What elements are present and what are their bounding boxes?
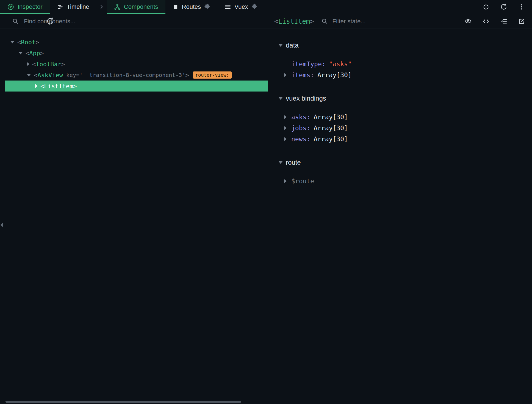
external-link-icon[interactable] bbox=[518, 18, 525, 25]
more-menu-icon[interactable] bbox=[518, 3, 525, 10]
component-name: ListItem bbox=[44, 83, 73, 90]
tab-inspector[interactable]: Inspector bbox=[0, 0, 50, 14]
prop-value: Array[30] bbox=[314, 124, 348, 132]
section-data: data itemType: "asks" items: Array[30] bbox=[268, 40, 532, 86]
header-actions bbox=[482, 0, 532, 14]
component-tree-panel: <Root> <App> <ToolBar> <AskViewkey='__tr… bbox=[0, 14, 268, 404]
collapsed-arrow-icon[interactable] bbox=[284, 115, 287, 119]
code-icon[interactable] bbox=[482, 18, 490, 25]
tree-node-toolbar[interactable]: <ToolBar> bbox=[0, 59, 268, 70]
collapsed-arrow-icon[interactable] bbox=[284, 179, 287, 183]
section-label: route bbox=[286, 159, 301, 166]
expanded-arrow-icon[interactable] bbox=[279, 44, 282, 47]
tab-label: Inspector bbox=[18, 3, 43, 10]
component-name: App bbox=[29, 50, 40, 57]
find-components-input[interactable] bbox=[23, 18, 262, 25]
prop-value: Array[30] bbox=[314, 135, 348, 143]
plugin-puzzle-icon bbox=[204, 3, 210, 9]
select-component-target-icon[interactable] bbox=[482, 3, 490, 11]
tab-routes[interactable]: Routes bbox=[165, 0, 218, 14]
prop-key: asks: bbox=[291, 114, 310, 121]
component-name: ToolBar bbox=[36, 61, 61, 68]
section-header-vuex-bindings[interactable]: vuex bindings bbox=[268, 93, 532, 104]
prop-route[interactable]: $route bbox=[268, 176, 532, 187]
search-icon bbox=[321, 18, 328, 25]
section-vuex-bindings: vuex bindings asks: Array[30] jobs: Arra… bbox=[268, 87, 532, 150]
vue-devtools-logo-icon bbox=[7, 3, 14, 10]
tree-node-listitem[interactable]: <ListItem> bbox=[5, 81, 268, 92]
components-tree-icon bbox=[114, 4, 121, 10]
prop-items[interactable]: items: Array[30] bbox=[268, 70, 532, 81]
vuex-icon bbox=[225, 4, 231, 10]
refresh-overlay-icon[interactable] bbox=[46, 17, 54, 25]
eye-icon[interactable] bbox=[464, 18, 472, 25]
tree-node-root[interactable]: <Root> bbox=[0, 37, 268, 48]
vue-devtools-window: Inspector Timeline Components Routes bbox=[0, 0, 532, 404]
component-key-attr: key='__transition-8-vue-component-3' bbox=[66, 72, 185, 78]
collapsed-arrow-icon[interactable] bbox=[284, 73, 287, 77]
prop-value: "asks" bbox=[329, 60, 352, 68]
prop-key: jobs: bbox=[291, 124, 310, 132]
expanded-arrow-icon[interactable] bbox=[10, 41, 15, 43]
prop-key: news: bbox=[291, 135, 310, 143]
chevron-right-icon bbox=[96, 0, 107, 14]
state-panel-actions bbox=[464, 18, 525, 25]
collapsed-arrow-icon[interactable] bbox=[284, 137, 287, 141]
collapsed-arrow-icon[interactable] bbox=[27, 62, 29, 66]
filter-state-input[interactable] bbox=[332, 18, 459, 25]
tab-label: Vuex bbox=[234, 3, 248, 10]
prop-key: itemType: bbox=[291, 60, 326, 68]
tab-label: Routes bbox=[182, 3, 201, 10]
collapse-all-icon[interactable] bbox=[500, 18, 508, 25]
prop-jobs[interactable]: jobs: Array[30] bbox=[268, 123, 532, 134]
expanded-arrow-icon[interactable] bbox=[18, 52, 23, 54]
prop-itemtype[interactable]: itemType: "asks" bbox=[268, 59, 532, 70]
state-panel-header: <ListItem> bbox=[268, 14, 532, 29]
router-view-badge: router-view: bbox=[193, 71, 232, 79]
prop-news[interactable]: news: Array[30] bbox=[268, 134, 532, 145]
panel-collapse-handle[interactable] bbox=[1, 222, 3, 227]
tab-label: Components bbox=[124, 3, 158, 10]
state-panel: <ListItem> bbox=[268, 14, 532, 404]
tag-bracket: < bbox=[17, 39, 21, 46]
horizontal-scrollbar[interactable] bbox=[5, 401, 241, 403]
selected-component-title: <ListItem> bbox=[274, 18, 314, 25]
prop-value: Array[30] bbox=[314, 114, 348, 121]
section-header-data[interactable]: data bbox=[268, 40, 532, 51]
timeline-icon bbox=[57, 4, 63, 10]
main-split: <Root> <App> <ToolBar> <AskViewkey='__tr… bbox=[0, 14, 532, 404]
prop-value: Array[30] bbox=[317, 71, 352, 79]
prop-key: $route bbox=[291, 178, 314, 185]
prop-asks[interactable]: asks: Array[30] bbox=[268, 112, 532, 123]
tab-components[interactable]: Components bbox=[107, 0, 165, 14]
component-name: AskView bbox=[37, 72, 63, 79]
prop-key: items: bbox=[291, 71, 314, 79]
tree-node-askview[interactable]: <AskViewkey='__transition-8-vue-componen… bbox=[0, 70, 268, 81]
expanded-arrow-icon[interactable] bbox=[279, 161, 282, 164]
tab-label: Timeline bbox=[67, 3, 89, 10]
routes-icon bbox=[173, 4, 179, 10]
tree-node-app[interactable]: <App> bbox=[0, 48, 268, 59]
expanded-arrow-icon[interactable] bbox=[27, 74, 31, 76]
expanded-arrow-icon[interactable] bbox=[279, 97, 282, 100]
header: Inspector Timeline Components Routes bbox=[0, 0, 532, 14]
collapsed-arrow-icon[interactable] bbox=[284, 126, 287, 130]
collapsed-arrow-icon[interactable] bbox=[35, 84, 38, 88]
plugin-puzzle-icon bbox=[251, 3, 257, 9]
component-tree: <Root> <App> <ToolBar> <AskViewkey='__tr… bbox=[0, 29, 268, 404]
tab-vuex[interactable]: Vuex bbox=[217, 0, 264, 14]
component-name: Root bbox=[21, 39, 35, 46]
search-icon bbox=[12, 18, 19, 25]
refresh-icon[interactable] bbox=[500, 3, 507, 10]
tab-timeline[interactable]: Timeline bbox=[50, 0, 96, 14]
section-route: route $route bbox=[268, 151, 532, 192]
section-label: data bbox=[286, 41, 299, 49]
state-sections: data itemType: "asks" items: Array[30] bbox=[268, 29, 532, 404]
find-components-bar bbox=[0, 14, 268, 29]
section-label: vuex bindings bbox=[286, 95, 326, 102]
section-header-route[interactable]: route bbox=[268, 157, 532, 168]
